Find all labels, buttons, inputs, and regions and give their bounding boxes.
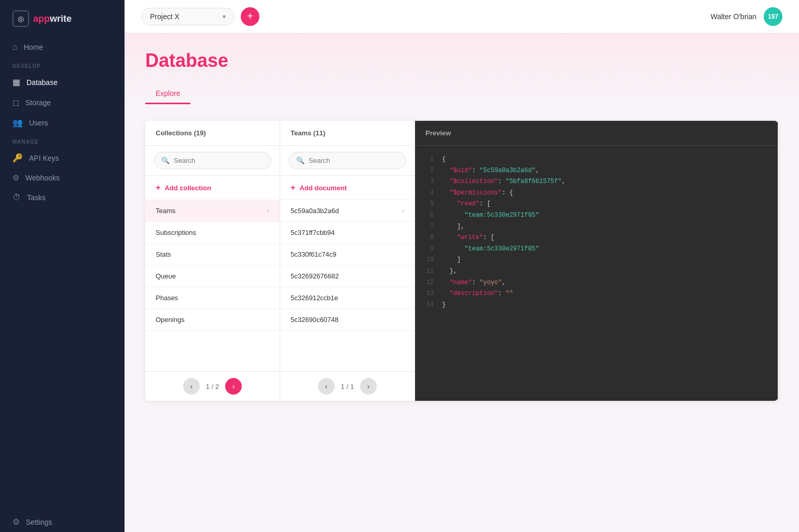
- code-line-8: 8 "write": [: [425, 232, 767, 244]
- sidebar-item-label: Settings: [26, 518, 52, 526]
- document-item-4[interactable]: 5c326912ccb1e: [280, 287, 415, 309]
- page-title: Database: [145, 50, 778, 72]
- documents-pagination: ‹ 1 / 1 ›: [280, 371, 415, 401]
- document-item-1[interactable]: 5c371ff7cbb94: [280, 222, 415, 244]
- code-line-4: 4 "$permissions": {: [425, 188, 767, 199]
- document-item-3[interactable]: 5c32692676682: [280, 265, 415, 287]
- collection-item-phases[interactable]: Phases: [145, 287, 280, 309]
- main-content: Project X ▾ + Walter O'brian 197 Databas…: [125, 0, 799, 532]
- avatar: 197: [764, 7, 782, 26]
- code-line-7: 7 ],: [425, 221, 767, 233]
- code-line-5: 5 "read": [: [425, 199, 767, 210]
- collection-item-teams[interactable]: Teams ›: [145, 200, 280, 222]
- documents-prev-button[interactable]: ‹: [318, 378, 335, 395]
- collection-item-subscriptions[interactable]: Subscriptions: [145, 222, 280, 244]
- code-line-14: 14 }: [425, 300, 767, 311]
- sidebar-item-database[interactable]: ▦ Database: [0, 72, 125, 92]
- code-line-11: 11 },: [425, 266, 767, 277]
- settings-icon: ⚙: [12, 517, 20, 527]
- code-line-9: 9 "team:5c330e2971f05": [425, 244, 767, 255]
- header-left: Project X ▾ +: [141, 7, 259, 26]
- sidebar-item-label: Home: [24, 43, 43, 51]
- plus-icon: +: [291, 183, 295, 192]
- collections-search-input[interactable]: [174, 157, 264, 164]
- sidebar-item-api-keys[interactable]: 🔑 API Keys: [0, 148, 125, 168]
- sidebar-item-users[interactable]: 👥 Users: [0, 113, 125, 133]
- tabs: Explore: [145, 84, 778, 104]
- code-line-6: 6 "team:5c330e2971f05": [425, 210, 767, 221]
- collections-next-button[interactable]: ›: [225, 378, 242, 395]
- document-item-2[interactable]: 5c330f61c74c9: [280, 244, 415, 265]
- sidebar-item-label: Users: [29, 119, 48, 127]
- code-line-2: 2 "$uid": "5c59a0a3b2a6d",: [425, 165, 767, 177]
- sidebar-item-storage[interactable]: ◻ Storage: [0, 92, 125, 113]
- chevron-down-icon: ▾: [223, 13, 226, 20]
- preview-header: Preview: [415, 121, 778, 146]
- documents-search-input[interactable]: [309, 157, 398, 164]
- sidebar-item-settings[interactable]: ⚙ Settings: [0, 512, 125, 532]
- documents-page-info: 1 / 1: [341, 383, 354, 390]
- search-icon: 🔍: [296, 157, 305, 164]
- code-line-12: 12 "name": "yoyo",: [425, 277, 767, 289]
- collection-item-openings[interactable]: Openings: [145, 309, 280, 331]
- logo-icon: ◎: [12, 10, 29, 27]
- tasks-icon: ⏱: [12, 193, 21, 202]
- sidebar: ◎ appwrite ⌂ Home DEVELOP ▦ Database ◻ S…: [0, 0, 125, 532]
- code-line-1: 1 {: [425, 154, 767, 165]
- sidebar-item-label: API Keys: [29, 154, 59, 162]
- sidebar-item-label: Tasks: [27, 193, 46, 202]
- home-icon: ⌂: [12, 43, 18, 52]
- documents-search-box: 🔍: [280, 146, 415, 176]
- project-selector[interactable]: Project X ▾: [141, 8, 235, 25]
- explorer: Collections (19) 🔍 + Add collection: [125, 104, 799, 417]
- collections-panel-header: Collections (19): [145, 121, 280, 146]
- sidebar-section-manage: MANAGE: [0, 133, 125, 148]
- documents-list: + Add document 5c59a0a3b2a6d › 5c371ff7c…: [280, 176, 415, 371]
- document-item-5[interactable]: 5c32690c60748: [280, 309, 415, 331]
- page-content: Database Explore Collections (19) 🔍: [125, 33, 799, 532]
- collections-page-info: 1 / 2: [206, 383, 219, 390]
- add-document-button[interactable]: + Add document: [280, 176, 415, 200]
- document-item-0[interactable]: 5c59a0a3b2a6d ›: [280, 200, 415, 222]
- sidebar-section-develop: DEVELOP: [0, 57, 125, 72]
- logo-text: appwrite: [33, 13, 72, 24]
- collections-search-box: 🔍: [145, 146, 280, 176]
- chevron-right-icon: ›: [402, 207, 404, 215]
- user-name: Walter O'brian: [710, 12, 756, 21]
- sidebar-item-label: Database: [26, 78, 58, 87]
- chevron-right-icon: ›: [267, 207, 269, 215]
- header-right: Walter O'brian 197: [710, 7, 782, 26]
- storage-icon: ◻: [12, 97, 19, 107]
- sidebar-item-tasks[interactable]: ⏱ Tasks: [0, 188, 125, 207]
- project-name: Project X: [150, 12, 180, 21]
- database-icon: ▦: [12, 77, 20, 87]
- collections-prev-button[interactable]: ‹: [183, 378, 200, 395]
- sidebar-item-label: Storage: [25, 99, 51, 107]
- code-preview: 1 { 2 "$uid": "5c59a0a3b2a6d", 3: [415, 146, 778, 319]
- header: Project X ▾ + Walter O'brian 197: [125, 0, 799, 33]
- sidebar-item-home[interactable]: ⌂ Home: [0, 37, 125, 57]
- search-icon: 🔍: [161, 157, 170, 164]
- documents-next-button[interactable]: ›: [360, 378, 377, 395]
- add-collection-button[interactable]: + Add collection: [145, 176, 280, 200]
- code-line-3: 3 "$collection": "5bfa8f661575f",: [425, 176, 767, 188]
- collection-item-stats[interactable]: Stats: [145, 244, 280, 265]
- documents-panel: Teams (11) 🔍 + Add document 5c: [280, 121, 415, 401]
- explorer-panels: Collections (19) 🔍 + Add collection: [145, 121, 778, 401]
- code-line-10: 10 ]: [425, 255, 767, 266]
- sidebar-item-label: Webhooks: [25, 174, 60, 182]
- collection-item-queue[interactable]: Queue: [145, 265, 280, 287]
- tab-explore[interactable]: Explore: [145, 84, 190, 104]
- documents-search-container: 🔍: [288, 152, 406, 169]
- collections-list: + Add collection Teams › Subscriptions S…: [145, 176, 280, 371]
- add-project-button[interactable]: +: [241, 7, 259, 26]
- collections-search-container: 🔍: [154, 152, 271, 169]
- documents-panel-header: Teams (11): [280, 121, 415, 146]
- logo: ◎ appwrite: [0, 0, 125, 37]
- collections-pagination: ‹ 1 / 2 ›: [145, 371, 280, 401]
- sidebar-item-webhooks[interactable]: ⚙ Webhooks: [0, 168, 125, 188]
- preview-panel: Preview 1 { 2 "$uid": "5c59a0a3b2a6d",: [415, 121, 778, 401]
- webhooks-icon: ⚙: [12, 173, 19, 183]
- plus-icon: +: [156, 183, 160, 192]
- collections-panel: Collections (19) 🔍 + Add collection: [145, 121, 280, 401]
